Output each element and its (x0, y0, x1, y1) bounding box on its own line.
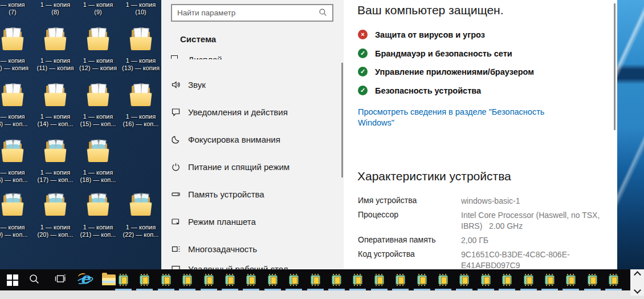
desktop-folder-icon[interactable] (46, 139, 65, 163)
desktop-folder-label[interactable]: 1 — копия(8) (33, 1, 78, 16)
desktop-folder-label[interactable]: 1 — копия(21) — коп... (76, 224, 120, 239)
console-scrollbar[interactable] (630, 269, 644, 296)
taskbar-pinned-app[interactable] (518, 269, 539, 290)
desktop-folder-label[interactable]: 1 — копия(14) — коп... (33, 113, 78, 128)
desktop-folder-label[interactable]: 1 — копия(12) — копия (76, 57, 120, 72)
desktop-folder-icon[interactable] (88, 27, 108, 51)
desktop-folder-label[interactable]: 1 — копия(11) — копия (33, 57, 78, 72)
chip-app-icon (586, 274, 598, 286)
desktop-folder-label[interactable]: — копия0) — копия (0, 57, 35, 72)
chip-app-icon (480, 274, 492, 286)
sidebar-item-label: Режим планшета (188, 217, 256, 227)
sidebar-item-multitasking[interactable]: Многозадачность (161, 240, 344, 258)
main-scrollbar[interactable] (614, 3, 616, 130)
taskbar-pinned-app[interactable] (603, 269, 624, 290)
sidebar-item-power[interactable]: Питание и спящий режим (161, 157, 344, 176)
desktop-folder-icon[interactable] (88, 83, 108, 107)
desktop-folder-icon[interactable] (46, 193, 65, 217)
sidebar-item-moon[interactable]: Фокусировка внимания (161, 130, 344, 148)
security-status-item[interactable]: ×Защита от вирусов и угроз (358, 30, 485, 39)
desktop-folder-icon[interactable] (3, 139, 22, 163)
taskbar-pinned-app[interactable] (219, 269, 241, 290)
desktop-folder-icon[interactable] (131, 193, 150, 217)
taskbar-pinned-app[interactable] (134, 269, 155, 290)
taskbar-pinned-app[interactable] (198, 269, 219, 290)
security-details-link[interactable]: Просмотреть сведения в разделе "Безопасн… (358, 107, 547, 128)
desktop-folder-label[interactable]: 1 — копия(10) (119, 1, 163, 16)
taskbar-pinned-app[interactable] (369, 269, 390, 290)
start-button[interactable] (2, 269, 23, 290)
sidebar-item-tablet[interactable]: Режим планшета (161, 212, 344, 231)
security-status-item[interactable]: ✓Брандмауэр и безопасность сети (358, 49, 512, 58)
desktop-folder-icon[interactable] (46, 83, 65, 107)
desktop-folder-label[interactable]: 1 — копия(9) (76, 1, 120, 16)
sidebar-item-display-partial[interactable]: Дисплей (188, 55, 222, 59)
folder-label-line2: (8) (33, 9, 78, 16)
taskbar-search-button[interactable] (24, 269, 44, 290)
task-view-button[interactable] (49, 269, 71, 290)
taskbar: e (0, 269, 644, 290)
internet-explorer-button[interactable]: e (74, 269, 96, 290)
desktop-folder-label[interactable]: 1 — копия(22) — коп... (119, 224, 163, 239)
scroll-up-icon[interactable] (634, 271, 641, 278)
taskbar-pinned-app[interactable] (433, 269, 454, 290)
desktop-folder-label[interactable]: 1 — копия(18) — коп... (76, 169, 120, 184)
desktop-folder-label[interactable]: 1 — копия(20) — коп... (33, 224, 78, 239)
desktop-folder-label[interactable]: 1 — копия(13) — копия (119, 57, 163, 72)
folder-label-line2: (17) — коп... (33, 176, 78, 184)
scroll-down-icon[interactable] (634, 286, 641, 294)
folder-label-line2: (9) (76, 9, 120, 16)
desktop-folder-icon[interactable] (3, 83, 22, 107)
chip-app-icon (138, 274, 150, 286)
desktop-folder-icon[interactable] (46, 27, 65, 51)
spec-value: windows-basic-1 (461, 196, 605, 207)
spec-value: Intel Core Processor (Haswell, no TSX, I… (461, 210, 605, 232)
sidebar-item-notifications[interactable]: Уведомления и действия (161, 103, 344, 121)
taskbar-pinned-app[interactable] (454, 269, 475, 290)
sidebar-scrollbar[interactable] (341, 63, 343, 177)
taskbar-pinned-app[interactable] (326, 269, 347, 290)
taskbar-pinned-app[interactable] (347, 269, 368, 290)
sidebar-item-speaker[interactable]: Звук (161, 75, 344, 94)
folder-label-line2: 3) — коп... (0, 120, 35, 128)
page-title: Ваш компьютер защищен. (357, 3, 504, 17)
taskbar-pinned-app[interactable] (539, 269, 560, 290)
taskbar-pinned-app[interactable] (241, 269, 262, 290)
desktop-folder-label[interactable]: — копия9) — коп... (0, 224, 35, 239)
security-status-label: Управление приложениями/браузером (375, 67, 534, 76)
folder-label-line2: (20) — коп... (33, 231, 78, 239)
desktop-folder-label[interactable]: 1 — копия(15) — коп... (76, 113, 120, 128)
desktop-folder-icon[interactable] (88, 193, 108, 217)
desktop-folder-label[interactable]: — копия(7) (0, 1, 35, 16)
folder-label-line2: (21) — коп... (76, 231, 120, 239)
taskbar-pinned-app[interactable] (582, 269, 603, 290)
taskbar-pinned-app[interactable] (177, 269, 198, 290)
desktop-folder-label[interactable]: — копия3) — коп... (0, 113, 35, 128)
search-input[interactable]: Найти параметр (171, 4, 333, 22)
taskbar-pinned-app[interactable] (496, 269, 517, 290)
taskbar-pinned-app[interactable] (283, 269, 304, 290)
screen: — копия(7)1 — копия(8)1 — копия(9)1 — ко… (0, 0, 644, 299)
desktop-folder-icon[interactable] (3, 193, 22, 217)
desktop-folder-label[interactable]: 1 — копия(17) — коп... (33, 169, 78, 184)
taskbar-pinned-app[interactable] (390, 269, 411, 290)
security-status-item[interactable]: ✓Безопасность устройства (358, 86, 481, 95)
taskbar-pinned-app[interactable] (560, 269, 581, 290)
desktop-folder-icon[interactable] (3, 27, 22, 51)
spec-value: 2,00 ГБ (461, 235, 605, 246)
taskbar-pinned-app[interactable] (156, 269, 177, 290)
desktop-folder-icon[interactable] (131, 27, 150, 51)
settings-main-panel: Ваш компьютер защищен. ×Защита от вирусо… (344, 0, 617, 290)
sidebar-item-storage[interactable]: Память устройства (161, 185, 344, 203)
taskbar-pinned-app[interactable] (113, 269, 134, 290)
taskbar-pinned-app[interactable] (475, 269, 496, 290)
taskbar-pinned-app[interactable] (411, 269, 433, 290)
taskbar-pinned-app[interactable] (305, 269, 326, 290)
desktop-folder-icon[interactable] (131, 83, 150, 107)
taskbar-pinned-app[interactable] (262, 269, 283, 290)
sidebar-item-label: Звук (188, 80, 206, 90)
desktop-folder-label[interactable]: — копия6) — коп... (0, 169, 35, 184)
desktop-folder-icon[interactable] (88, 139, 108, 163)
desktop-folder-label[interactable]: 1 — копия(16) — коп... (119, 113, 163, 128)
security-status-item[interactable]: ✓Управление приложениями/браузером (358, 67, 534, 76)
